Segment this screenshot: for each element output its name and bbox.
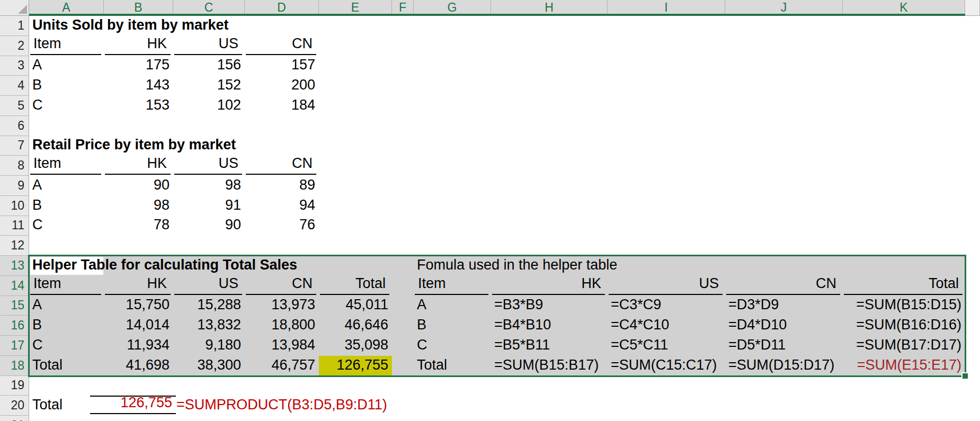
cell-C10[interactable]: 91 [173, 196, 245, 216]
cell-C4[interactable]: 152 [173, 76, 245, 95]
cell-C2[interactable]: US [174, 36, 242, 55]
cell-B8[interactable]: HK [105, 156, 171, 175]
row-header-17[interactable]: 17 [0, 336, 29, 356]
row-header-20[interactable]: 20 [0, 396, 29, 416]
row-header-21[interactable]: 21 [0, 416, 29, 421]
cell-C3[interactable]: 156 [173, 56, 245, 76]
cell-C5[interactable]: 102 [173, 96, 245, 115]
row-header-7[interactable]: 7 [0, 136, 29, 156]
cell-D9[interactable]: 89 [245, 176, 319, 195]
cell-B4[interactable]: 143 [104, 76, 173, 95]
row-header-18[interactable]: 18 [0, 356, 29, 376]
row-header-11[interactable]: 11 [0, 216, 29, 236]
spreadsheet: Units Sold by item by marketItemHKUSCNA1… [0, 0, 980, 421]
cell-A4[interactable]: B [29, 76, 104, 95]
select-all-triangle-icon [18, 5, 27, 14]
cell-D11[interactable]: 76 [245, 216, 319, 236]
row-header-1[interactable]: 1 [0, 16, 29, 36]
row-header-19[interactable]: 19 [0, 376, 29, 396]
select-all-button[interactable] [0, 0, 29, 16]
cell-D2[interactable]: CN [246, 36, 316, 55]
cell-B10[interactable]: 98 [104, 196, 173, 216]
cell-A5[interactable]: C [29, 96, 104, 115]
row-header-3[interactable]: 3 [0, 56, 29, 76]
cell-C20[interactable]: =SUMPRODUCT(B3:D5,B9:D11) [173, 396, 756, 415]
cell-A11[interactable]: C [29, 216, 104, 236]
row-header-14[interactable]: 14 [0, 276, 29, 296]
cell-D3[interactable]: 157 [245, 56, 319, 76]
cell-B3[interactable]: 175 [104, 56, 173, 76]
row-header-15[interactable]: 15 [0, 296, 29, 316]
cell-A10[interactable]: B [29, 196, 104, 216]
cell-B9[interactable]: 90 [104, 176, 173, 195]
row-header-12[interactable]: 12 [0, 236, 29, 256]
cell-D10[interactable]: 94 [245, 196, 319, 216]
row-header-8[interactable]: 8 [0, 156, 29, 176]
row-headers: 123456789101112131415161718192021 [0, 16, 29, 421]
selection-border [28, 255, 966, 377]
cell-D5[interactable]: 184 [245, 96, 319, 115]
cell-B5[interactable]: 153 [104, 96, 173, 115]
row-header-5[interactable]: 5 [0, 96, 29, 116]
cell-D8[interactable]: CN [246, 156, 316, 175]
cell-B11[interactable]: 78 [104, 216, 173, 236]
cell-D4[interactable]: 200 [245, 76, 319, 95]
cell-C8[interactable]: US [174, 156, 242, 175]
row-header-4[interactable]: 4 [0, 76, 29, 96]
column-headers: ABCDEFGHIJK [29, 0, 980, 16]
cell-A8[interactable]: Item [30, 156, 101, 175]
cell-C9[interactable]: 98 [173, 176, 245, 195]
cell-A2[interactable]: Item [30, 36, 101, 55]
row-header-16[interactable]: 16 [0, 316, 29, 336]
row-header-6[interactable]: 6 [0, 116, 29, 136]
fill-handle[interactable] [961, 372, 969, 380]
cells-area: Units Sold by item by marketItemHKUSCNA1… [0, 0, 980, 421]
row-header-10[interactable]: 10 [0, 196, 29, 216]
cell-A9[interactable]: A [29, 176, 104, 195]
row-header-13[interactable]: 13 [0, 256, 29, 276]
row-header-9[interactable]: 9 [0, 176, 29, 196]
cell-A3[interactable]: A [29, 56, 104, 76]
cell-C11[interactable]: 90 [173, 216, 245, 236]
column-header-partial[interactable] [965, 0, 980, 16]
cell-A1[interactable]: Units Sold by item by market [29, 16, 612, 35]
cell-B2[interactable]: HK [105, 36, 171, 55]
row-header-2[interactable]: 2 [0, 36, 29, 56]
cell-B20[interactable]: 126,755 [90, 396, 176, 414]
cell-A7[interactable]: Retail Price by item by market [29, 136, 612, 156]
